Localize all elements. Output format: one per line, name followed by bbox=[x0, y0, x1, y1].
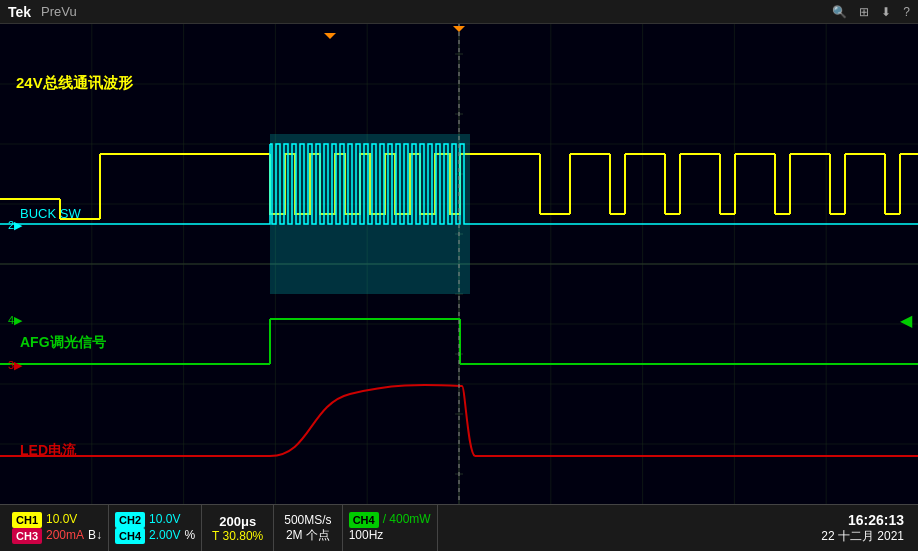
grid-icon[interactable]: ⊞ bbox=[859, 5, 869, 19]
points-count: 2M 个点 bbox=[286, 527, 330, 544]
ch1-status: CH1 10.0V CH3 200mA B↓ bbox=[6, 505, 109, 551]
ch3-value: 200mA bbox=[46, 528, 84, 544]
ch3-waveform-label: AFG调光信号 bbox=[20, 334, 106, 352]
sample-rate-section: 500MS/s 2M 个点 bbox=[274, 505, 342, 551]
ch2-status: CH2 10.0V CH4 2.00V % bbox=[109, 505, 202, 551]
svg-text:4▶: 4▶ bbox=[8, 314, 23, 326]
ch4-badge2: CH4 bbox=[115, 528, 145, 544]
trigger-percent: T 30.80% bbox=[212, 529, 263, 543]
ch1-value: 10.0V bbox=[46, 512, 77, 528]
clock-time: 16:26:13 bbox=[848, 512, 904, 528]
ch4-power: / 400mW bbox=[383, 512, 431, 528]
svg-text:3▶: 3▶ bbox=[8, 359, 23, 371]
ch4-waveform-label: LED电流 bbox=[20, 442, 76, 460]
ch3-extra: B↓ bbox=[88, 528, 102, 544]
ch1-waveform-label: 24V总线通讯波形 bbox=[16, 74, 133, 93]
ch2-badge: CH2 bbox=[115, 512, 145, 528]
scope-screen: 2▶ 4▶ 3▶ ◀ 24V总线通讯波形 BUCK SW AFG调光信号 LED… bbox=[0, 24, 918, 504]
ch4-value2: 2.00V bbox=[149, 528, 180, 544]
tek-logo: Tek bbox=[8, 4, 31, 20]
app-title: PreVu bbox=[41, 4, 832, 19]
ch2-waveform-label: BUCK SW bbox=[20, 206, 81, 221]
clock-date: 22 十二月 2021 bbox=[821, 528, 904, 545]
clock-section: 16:26:13 22 十二月 2021 bbox=[813, 505, 912, 551]
ch4-power-section: CH4 / 400mW 100Hz bbox=[343, 505, 438, 551]
time-value: 200μs bbox=[219, 514, 256, 529]
svg-text:◀: ◀ bbox=[900, 312, 913, 329]
time-per-div: 200μs T 30.80% bbox=[202, 505, 274, 551]
waveform-canvas: 2▶ 4▶ 3▶ ◀ bbox=[0, 24, 918, 504]
download-icon[interactable]: ⬇ bbox=[881, 5, 891, 19]
ch4-extra: % bbox=[184, 528, 195, 544]
ch2-value: 10.0V bbox=[149, 512, 180, 528]
top-icons: 🔍 ⊞ ⬇ ? bbox=[832, 5, 910, 19]
ch1-badge: CH1 bbox=[12, 512, 42, 528]
ch3-badge: CH3 bbox=[12, 528, 42, 544]
search-icon[interactable]: 🔍 bbox=[832, 5, 847, 19]
top-bar: Tek PreVu 🔍 ⊞ ⬇ ? bbox=[0, 0, 918, 24]
help-icon[interactable]: ? bbox=[903, 5, 910, 19]
freq-value: 100Hz bbox=[349, 528, 384, 544]
status-bar: CH1 10.0V CH3 200mA B↓ CH2 10.0V CH4 2.0… bbox=[0, 504, 918, 551]
ch4-badge: CH4 bbox=[349, 512, 379, 528]
sample-rate: 500MS/s bbox=[284, 513, 331, 527]
